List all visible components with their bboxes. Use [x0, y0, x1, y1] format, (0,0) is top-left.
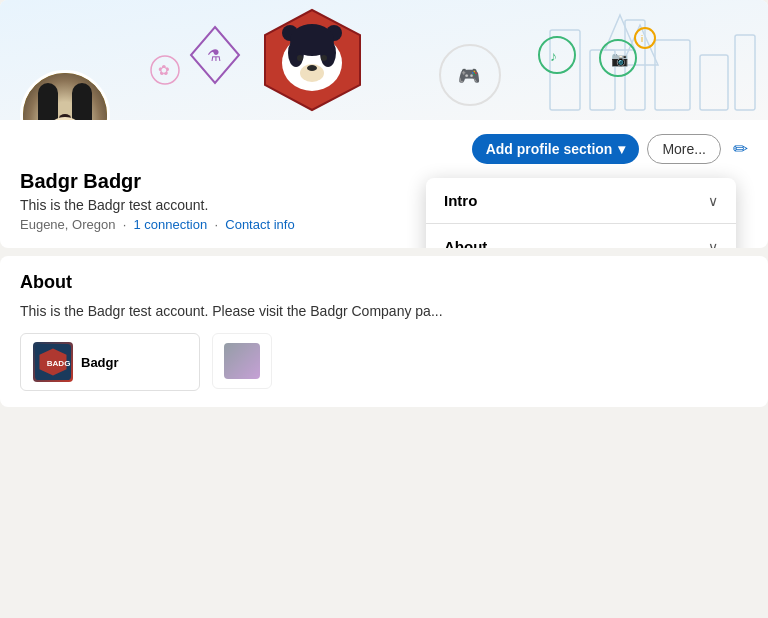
svg-point-31 — [290, 24, 334, 56]
more-button[interactable]: More... — [647, 134, 721, 164]
svg-point-26 — [307, 65, 317, 71]
edit-button[interactable]: ✏ — [729, 134, 752, 164]
badge-item-partial[interactable] — [212, 333, 272, 389]
dropdown-panel: Intro ∨ About ∨ Backgrou — [426, 178, 736, 248]
intro-header[interactable]: Intro ∨ — [426, 178, 736, 223]
svg-text:📷: 📷 — [611, 51, 629, 68]
about-section-text: This is the Badgr test account. Please v… — [20, 303, 748, 319]
badge-item[interactable]: BADGR Badgr — [20, 333, 200, 391]
add-profile-section-button[interactable]: Add profile section ▾ — [472, 134, 640, 164]
about-section: About This is the Badgr test account. Pl… — [0, 256, 768, 407]
svg-text:BADGR: BADGR — [47, 359, 71, 368]
cover-area: ⚗ ✿ 🎮 ♪ — [0, 0, 768, 120]
dropdown-section-about: About ∨ — [426, 224, 736, 248]
about-section-title: About — [20, 272, 748, 293]
badge-thumbnail: BADGR — [33, 342, 73, 382]
action-row: Add profile section ▾ More... ✏ Intro ∨ — [472, 134, 752, 164]
svg-text:♪: ♪ — [550, 48, 557, 64]
connections-link[interactable]: 1 connection — [133, 217, 207, 232]
profile-card: ⚗ ✿ 🎮 ♪ — [0, 0, 768, 248]
svg-point-27 — [297, 55, 303, 61]
svg-text:✿: ✿ — [158, 62, 170, 78]
svg-rect-0 — [0, 0, 768, 120]
svg-text:🎮: 🎮 — [458, 65, 481, 87]
svg-text:i: i — [641, 34, 643, 44]
contact-info-link[interactable]: Contact info — [225, 217, 294, 232]
svg-point-28 — [321, 55, 327, 61]
badge-row: BADGR Badgr — [20, 333, 748, 391]
badge-name: Badgr — [81, 355, 119, 370]
dropdown-section-intro: Intro ∨ — [426, 178, 736, 224]
profile-info: Badgr Badgr This is the Badgr test accou… — [0, 120, 768, 248]
intro-title: Intro — [444, 192, 477, 209]
profile-page: ⚗ ✿ 🎮 ♪ — [0, 0, 768, 618]
add-profile-section-label: Add profile section — [486, 141, 613, 157]
location-text: Eugene, Oregon — [20, 217, 115, 232]
edit-icon: ✏ — [733, 139, 748, 159]
about-title-dropdown: About — [444, 238, 487, 248]
about-chevron: ∨ — [708, 239, 718, 249]
about-header[interactable]: About ∨ — [426, 224, 736, 248]
svg-text:⚗: ⚗ — [207, 47, 221, 64]
dropdown-arrow-icon: ▾ — [618, 141, 625, 157]
hex-logo — [260, 5, 365, 120]
intro-chevron: ∨ — [708, 193, 718, 209]
